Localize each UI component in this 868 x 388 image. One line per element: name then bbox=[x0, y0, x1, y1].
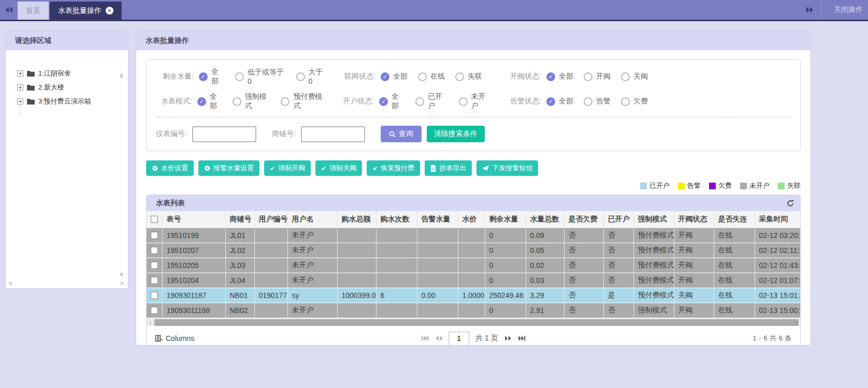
radio-checked-icon[interactable]: ✓ bbox=[199, 72, 208, 81]
radio-unchecked-icon[interactable] bbox=[455, 72, 464, 81]
radio-option[interactable]: ✓全部 bbox=[546, 97, 573, 106]
expand-plus-icon[interactable] bbox=[17, 70, 23, 77]
column-header[interactable]: 已开户 bbox=[603, 211, 633, 228]
radio-unchecked-icon[interactable] bbox=[281, 97, 290, 106]
column-header[interactable]: 开阀状态 bbox=[674, 211, 714, 228]
scroll-left-icon[interactable]: ‹ bbox=[147, 319, 154, 326]
table-row[interactable]: 19510207JL02未开户00.05否否预付费模式开阀在线02-12 02:… bbox=[147, 243, 801, 258]
scroll-up-icon[interactable]: ∧ bbox=[119, 72, 124, 79]
tree-node[interactable]: 1:江阴宿舍 bbox=[17, 69, 128, 78]
next-page-icon[interactable] bbox=[504, 335, 512, 341]
radio-option[interactable]: 关阀 bbox=[621, 72, 648, 81]
scroll-right-icon[interactable]: › bbox=[793, 319, 800, 326]
radio-unchecked-icon[interactable] bbox=[621, 97, 630, 106]
row-checkbox[interactable] bbox=[151, 247, 158, 254]
row-checkbox[interactable] bbox=[151, 292, 158, 299]
radio-checked-icon[interactable]: ✓ bbox=[381, 72, 389, 81]
radio-option[interactable]: 告警 bbox=[584, 97, 611, 106]
row-checkbox[interactable] bbox=[151, 232, 158, 239]
radio-option[interactable]: 开阀 bbox=[584, 72, 611, 81]
radio-option[interactable]: 低于或等于0 bbox=[235, 68, 286, 85]
scroll-tabs-left-button[interactable] bbox=[0, 0, 18, 20]
column-header[interactable]: 商铺号 bbox=[225, 211, 254, 228]
radio-option[interactable]: 欠费 bbox=[621, 97, 648, 106]
tree-node-label[interactable]: 1:江阴宿舍 bbox=[38, 69, 71, 78]
radio-option[interactable]: ✓全部 bbox=[379, 92, 405, 111]
radio-option[interactable]: ✓全部 bbox=[199, 67, 225, 86]
action-button[interactable]: ✔强制关阀 bbox=[315, 160, 362, 176]
column-header[interactable]: 水量总数 bbox=[526, 211, 564, 228]
radio-option[interactable]: 在线 bbox=[418, 72, 445, 81]
column-header[interactable]: 强制模式 bbox=[633, 211, 674, 228]
tree-node[interactable]: 2:新大楼 bbox=[17, 83, 128, 92]
radio-option[interactable]: ✓全部 bbox=[197, 92, 222, 111]
radio-unchecked-icon[interactable] bbox=[415, 97, 424, 106]
close-tab-icon[interactable]: ✕ bbox=[106, 7, 113, 14]
columns-dropdown-button[interactable]: Columns bbox=[155, 334, 194, 342]
radio-option[interactable]: 未开户 bbox=[459, 92, 491, 111]
scroll-left-icon[interactable]: < bbox=[9, 280, 12, 287]
column-header[interactable]: 告警水量 bbox=[417, 211, 458, 228]
radio-option[interactable]: 强制模式 bbox=[233, 92, 271, 111]
column-header[interactable]: 用户编号 bbox=[254, 211, 287, 228]
column-header[interactable]: 是否失连 bbox=[714, 211, 755, 228]
radio-checked-icon[interactable]: ✓ bbox=[197, 97, 206, 106]
tab-batch-operation[interactable]: 水表批量操作✕ bbox=[50, 2, 122, 20]
column-header[interactable]: 表号 bbox=[162, 211, 225, 228]
action-button[interactable]: ✔强制开阀 bbox=[264, 160, 311, 176]
table-row[interactable]: 19510205JL03未开户00.02否否预付费模式开阀在线02-12 01:… bbox=[147, 258, 801, 273]
query-button[interactable]: 查询 bbox=[381, 126, 422, 142]
column-header[interactable]: 水价 bbox=[458, 211, 485, 228]
scroll-down-icon[interactable]: ∨ bbox=[119, 271, 124, 278]
tab-home[interactable]: 首页 bbox=[18, 2, 49, 20]
column-header[interactable]: 用户名 bbox=[287, 211, 337, 228]
radio-option[interactable]: ✓全部 bbox=[381, 72, 408, 81]
radio-checked-icon[interactable]: ✓ bbox=[546, 72, 555, 81]
radio-unchecked-icon[interactable] bbox=[233, 97, 241, 106]
first-page-icon[interactable] bbox=[421, 335, 429, 341]
radio-unchecked-icon[interactable] bbox=[235, 72, 244, 81]
tree-node-label[interactable]: 3:预付费云演示箱 bbox=[38, 97, 91, 106]
radio-option[interactable]: 大于0 bbox=[296, 68, 326, 85]
column-header[interactable]: 购水总额 bbox=[337, 211, 376, 228]
column-header[interactable]: 是否欠费 bbox=[564, 211, 603, 228]
table-row[interactable]: 19510204JL04未开户00.03否否预付费模式开阀在线02-12 01:… bbox=[147, 273, 801, 288]
horizontal-scrollbar[interactable]: ‹ › bbox=[147, 318, 800, 326]
row-checkbox[interactable] bbox=[151, 262, 158, 269]
column-header[interactable]: 剩余水量 bbox=[485, 211, 526, 228]
refresh-icon[interactable] bbox=[787, 200, 794, 207]
table-row[interactable]: 1909301187NB010190177sy1000399.0060.001.… bbox=[147, 288, 801, 303]
radio-unchecked-icon[interactable] bbox=[296, 72, 305, 81]
select-all-checkbox[interactable] bbox=[151, 216, 158, 223]
tree-node[interactable]: 3:预付费云演示箱 bbox=[17, 97, 128, 106]
tree-node-label[interactable]: 2:新大楼 bbox=[38, 83, 64, 92]
radio-unchecked-icon[interactable] bbox=[621, 72, 630, 81]
action-button[interactable]: 下发报警短信 bbox=[476, 160, 538, 176]
table-row[interactable]: 19510199JL01未开户00.09否否预付费模式开阀在线02-12 03:… bbox=[147, 228, 801, 243]
expand-plus-icon[interactable] bbox=[17, 98, 23, 105]
shop-number-input[interactable] bbox=[301, 126, 365, 142]
action-button[interactable]: ✔恢复预付费 bbox=[367, 160, 420, 176]
meter-number-input[interactable] bbox=[192, 126, 256, 142]
table-row[interactable]: 19093011188NB02未开户02.91否否强制模式开阀在线02-13 1… bbox=[147, 303, 801, 318]
page-number-input[interactable] bbox=[449, 332, 469, 346]
scroll-right-icon[interactable]: > bbox=[120, 280, 124, 287]
radio-unchecked-icon[interactable] bbox=[418, 72, 427, 81]
action-button[interactable]: 水价设置 bbox=[146, 160, 194, 176]
prev-page-icon[interactable] bbox=[435, 335, 442, 341]
radio-option[interactable]: 预付费模式 bbox=[281, 92, 326, 111]
column-header[interactable]: 采集时间 bbox=[755, 211, 801, 228]
expand-plus-icon[interactable] bbox=[17, 84, 23, 91]
close-operations-menu[interactable]: 关闭操作 bbox=[821, 5, 868, 14]
clear-search-button[interactable]: 清除搜索条件 bbox=[427, 126, 485, 142]
column-header[interactable]: 购水次数 bbox=[376, 211, 417, 228]
radio-option[interactable]: ✓全部 bbox=[546, 72, 573, 81]
action-button[interactable]: 报警水量设置 bbox=[198, 160, 259, 176]
radio-unchecked-icon[interactable] bbox=[584, 97, 592, 106]
radio-option[interactable]: 失联 bbox=[455, 72, 482, 81]
last-page-icon[interactable] bbox=[518, 335, 526, 341]
row-checkbox[interactable] bbox=[151, 277, 158, 284]
action-button[interactable]: 抄表导出 bbox=[425, 160, 472, 176]
radio-option[interactable]: 已开户 bbox=[415, 92, 448, 111]
radio-checked-icon[interactable]: ✓ bbox=[379, 97, 388, 106]
